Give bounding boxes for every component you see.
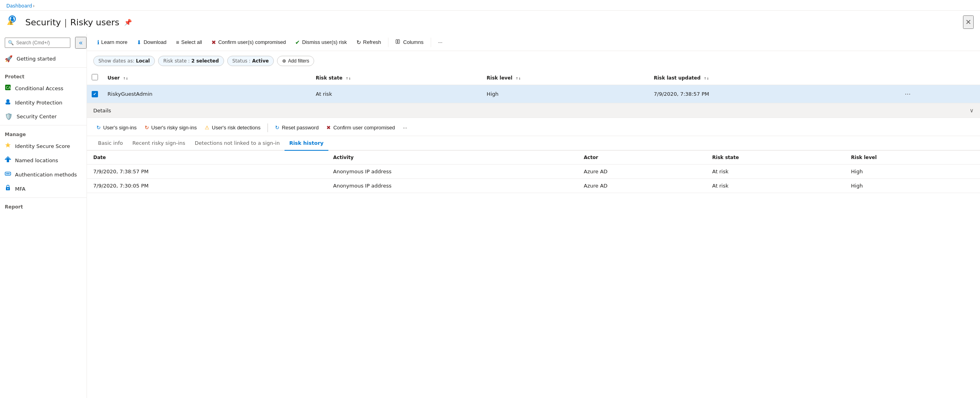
- table-row[interactable]: ✔ RiskyGuestAdmin At risk High 7/9/2020,…: [87, 85, 980, 103]
- sidebar-item-getting-started[interactable]: 🚀 Getting started: [0, 52, 87, 66]
- sidebar-item-authentication-methods[interactable]: Authentication methods: [0, 167, 87, 182]
- learn-more-button[interactable]: ℹ Learn more: [93, 37, 131, 47]
- details-row: Details ∨: [87, 103, 980, 118]
- rh-date-2: 7/9/2020, 7:30:05 PM: [87, 179, 327, 193]
- details-label: Details: [93, 108, 111, 114]
- tabs-row: Basic info Recent risky sign-ins Detecti…: [87, 136, 980, 151]
- tab-risk-history[interactable]: Risk history: [285, 136, 328, 151]
- rh-col-actor: Actor: [577, 151, 706, 165]
- named-locations-icon: [5, 156, 11, 164]
- sidebar-divider-protect: [0, 67, 87, 68]
- table-header-row: User ↑↓ Risk state ↑↓ Risk level ↑↓ Ri: [87, 71, 980, 85]
- row-more-button[interactable]: ···: [902, 89, 914, 99]
- row-risk-state: At risk: [311, 85, 482, 103]
- row-checkbox-checked[interactable]: ✔: [92, 91, 98, 97]
- risk-level-sort-icon[interactable]: ↑↓: [516, 77, 521, 80]
- risk-updated-sort-icon[interactable]: ↑↓: [704, 77, 709, 80]
- select-all-checkbox-header[interactable]: [87, 71, 103, 85]
- risk-state-sort-icon[interactable]: ↑↓: [346, 77, 351, 80]
- named-locations-label: Named locations: [15, 157, 58, 163]
- sidebar: 🔍 « 🚀 Getting started Protect CA Conditi…: [0, 34, 87, 398]
- confirm-compromised-icon: ✖: [211, 39, 216, 45]
- reset-password-button[interactable]: ↻ Reset password: [272, 123, 322, 133]
- toolbar-separator: [388, 38, 388, 47]
- breadcrumb[interactable]: Dashboard: [6, 3, 32, 9]
- users-sign-ins-button[interactable]: ↻ User's sign-ins: [93, 123, 140, 133]
- sidebar-item-mfa[interactable]: MFA: [0, 182, 87, 196]
- rh-actor-1: Azure AD: [577, 165, 706, 179]
- sidebar-item-conditional-access[interactable]: CA Conditional Access: [0, 81, 87, 95]
- breadcrumb-separator: ›: [33, 3, 35, 9]
- add-filter-button[interactable]: ⊕ Add filters: [277, 56, 314, 66]
- tab-recent-risky-sign-ins[interactable]: Recent risky sign-ins: [128, 136, 190, 151]
- confirm-compromised-button[interactable]: ✖ Confirm user(s) compromised: [207, 37, 290, 47]
- select-all-checkbox[interactable]: [92, 74, 98, 80]
- identity-protection-icon: [5, 99, 11, 106]
- rh-actor-2: Azure AD: [577, 179, 706, 193]
- rh-date-1: 7/9/2020, 7:38:57 PM: [87, 165, 327, 179]
- risk-state-filter[interactable]: Risk state : 2 selected: [158, 56, 224, 66]
- more-options-button[interactable]: ···: [434, 37, 447, 47]
- identity-secure-score-label: Identity Secure Score: [15, 143, 70, 149]
- risky-sign-ins-icon: ↻: [145, 125, 149, 131]
- svg-rect-20: [396, 40, 398, 44]
- dismiss-risk-button[interactable]: ✔ Dismiss user(s) risk: [291, 37, 351, 47]
- row-checkbox-cell[interactable]: ✔: [87, 85, 103, 103]
- tab-basic-info[interactable]: Basic info: [93, 136, 128, 151]
- sidebar-item-security-center[interactable]: 🛡️ Security Center: [0, 110, 87, 123]
- pin-icon[interactable]: 📌: [124, 19, 132, 26]
- col-risk-level: Risk level ↑↓: [482, 71, 649, 85]
- sign-ins-icon: ↻: [96, 125, 101, 131]
- sidebar-item-identity-protection[interactable]: Identity Protection: [0, 95, 87, 110]
- add-filter-icon: ⊕: [282, 58, 286, 64]
- tab-detections-not-linked[interactable]: Detections not linked to a sign-in: [190, 136, 285, 151]
- security-icon: !: [5, 14, 20, 29]
- row-risk-level: High: [482, 85, 649, 103]
- search-input[interactable]: [5, 38, 70, 48]
- details-cell: Details ∨: [87, 103, 980, 118]
- collapse-sidebar-button[interactable]: «: [75, 37, 87, 49]
- select-all-button[interactable]: ≡ Select all: [172, 37, 206, 47]
- col-risk-state: Risk state ↑↓: [311, 71, 482, 85]
- show-dates-filter[interactable]: Show dates as: Local: [93, 56, 155, 66]
- close-button[interactable]: ✕: [963, 15, 974, 29]
- authentication-methods-icon: [5, 171, 11, 178]
- search-box: 🔍: [5, 38, 70, 48]
- columns-button[interactable]: Columns: [392, 37, 427, 47]
- search-icon: 🔍: [8, 40, 14, 45]
- sidebar-divider-report: [0, 197, 87, 198]
- getting-started-label: Getting started: [17, 56, 56, 62]
- detail-toolbar: ↻ User's sign-ins ↻ User's risky sign-in…: [87, 118, 980, 136]
- confirm-compromised-detail-icon: ✖: [326, 125, 331, 131]
- row-more-cell: ···: [897, 85, 980, 103]
- rh-activity-2: Anonymous IP address: [327, 179, 577, 193]
- risk-history-row: 7/9/2020, 7:30:05 PM Anonymous IP addres…: [87, 179, 980, 193]
- header-divider: |: [64, 17, 67, 27]
- reset-password-icon: ↻: [275, 125, 279, 131]
- page-header: ! Security | Risky users 📌 ✕: [0, 11, 980, 34]
- user-sort-icon[interactable]: ↑↓: [123, 77, 128, 80]
- refresh-button[interactable]: ↻ Refresh: [352, 37, 385, 47]
- download-button[interactable]: ⬇ Download: [133, 37, 170, 47]
- sidebar-item-identity-secure-score[interactable]: Identity Secure Score: [0, 139, 87, 153]
- rh-risk-level-2: High: [845, 179, 980, 193]
- security-center-icon: 🛡️: [5, 113, 13, 120]
- rh-activity-1: Anonymous IP address: [327, 165, 577, 179]
- rh-risk-state-1: At risk: [706, 165, 844, 179]
- details-chevron-icon[interactable]: ∨: [970, 107, 974, 114]
- users-risky-sign-ins-button[interactable]: ↻ User's risky sign-ins: [141, 123, 200, 133]
- identity-protection-label: Identity Protection: [15, 100, 62, 106]
- sidebar-item-named-locations[interactable]: Named locations: [0, 153, 87, 167]
- status-filter[interactable]: Status : Active: [227, 56, 274, 66]
- sidebar-divider-manage: [0, 125, 87, 125]
- row-user: RiskyGuestAdmin: [103, 85, 311, 103]
- risk-history-header: Date Activity Actor Risk state Risk leve…: [87, 151, 980, 165]
- users-risk-detections-button[interactable]: ⚠ User's risk detections: [202, 123, 264, 133]
- confirm-user-compromised-button[interactable]: ✖ Confirm user compromised: [323, 123, 398, 133]
- search-row: 🔍 «: [0, 34, 87, 52]
- more-detail-button[interactable]: ···: [400, 123, 410, 133]
- svg-point-8: [6, 99, 9, 102]
- table-area: User ↑↓ Risk state ↑↓ Risk level ↑↓ Ri: [87, 71, 980, 398]
- risk-history-row: 7/9/2020, 7:38:57 PM Anonymous IP addres…: [87, 165, 980, 179]
- header-icon: !: [5, 14, 21, 30]
